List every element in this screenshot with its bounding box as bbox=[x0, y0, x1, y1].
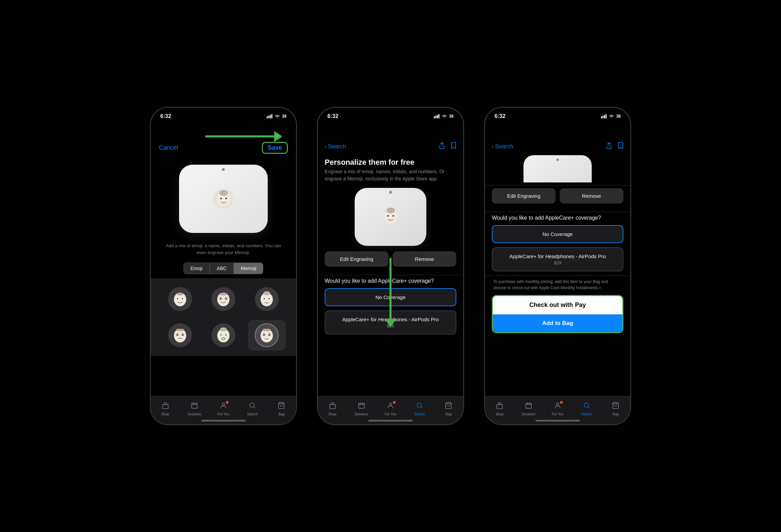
segment-control: Emoji ABC Memoji bbox=[151, 258, 296, 278]
separator-3a bbox=[485, 185, 630, 186]
back-search-2[interactable]: ‹ Search bbox=[325, 143, 346, 150]
tab-label-shop-2: Shop bbox=[328, 412, 336, 416]
shop-svg-1 bbox=[162, 402, 169, 409]
add-to-bag-button[interactable]: Add to Bag bbox=[493, 314, 622, 332]
arrow-shaft-h bbox=[205, 135, 274, 137]
tab-label-bag-3: Bag bbox=[613, 412, 619, 416]
tab-bag-2[interactable]: Bag bbox=[434, 402, 463, 416]
svg-rect-49 bbox=[192, 403, 197, 409]
tab-label-shop-3: Shop bbox=[496, 412, 503, 416]
memoji-face-5 bbox=[211, 323, 235, 347]
sessions-icon-2 bbox=[358, 402, 365, 411]
memoji-5-svg bbox=[215, 327, 232, 344]
wifi-icon-1 bbox=[275, 114, 280, 118]
back-search-3[interactable]: ‹ Search bbox=[492, 143, 513, 150]
memoji-item-1[interactable] bbox=[161, 284, 199, 314]
tab-sessions-2[interactable]: Sessions bbox=[347, 402, 376, 416]
time-1: 6:32 bbox=[160, 113, 171, 119]
bag-svg-2 bbox=[445, 402, 452, 409]
tab-bag-3[interactable]: Bag bbox=[601, 402, 630, 416]
share-icon-2[interactable] bbox=[439, 142, 445, 151]
foryou-svg-3 bbox=[554, 402, 561, 409]
seg-emoji[interactable]: Emoji bbox=[183, 263, 210, 274]
svg-rect-34 bbox=[176, 329, 184, 331]
tab-sessions-3[interactable]: Sessions bbox=[514, 402, 543, 416]
memoji-4-svg bbox=[172, 327, 189, 344]
tab-shop-1[interactable]: Shop bbox=[151, 402, 180, 416]
tab-shop-3[interactable]: Shop bbox=[485, 402, 514, 416]
seg-abc[interactable]: ABC bbox=[210, 263, 234, 274]
tab-label-bag-1: Bag bbox=[279, 412, 285, 416]
checkout-pay-button[interactable]: Check out with Pay bbox=[493, 296, 622, 314]
share-icon-3[interactable] bbox=[606, 142, 613, 151]
tab-search-3[interactable]: Search bbox=[572, 402, 601, 416]
memoji-item-3[interactable] bbox=[248, 284, 286, 314]
phone2-header: ‹ Search bbox=[318, 122, 463, 155]
arrow-head-h bbox=[274, 131, 282, 142]
tab-label-bag-2: Bag bbox=[446, 412, 452, 416]
seg-memoji[interactable]: Memoji bbox=[234, 263, 263, 274]
save-button[interactable]: Save bbox=[262, 142, 288, 154]
memoji-item-4[interactable] bbox=[161, 320, 199, 351]
home-indicator-3 bbox=[535, 420, 580, 422]
tab-foryou-3[interactable]: For You bbox=[543, 402, 572, 416]
memoji-on-case-1 bbox=[213, 189, 234, 209]
tab-search-1[interactable]: Search bbox=[238, 402, 267, 416]
svg-rect-70 bbox=[605, 114, 606, 118]
home-indicator-1 bbox=[201, 420, 246, 422]
tab-label-search-2: Search bbox=[414, 412, 425, 416]
wifi-icon-2 bbox=[442, 114, 447, 118]
svg-point-27 bbox=[268, 298, 270, 299]
search-svg-2 bbox=[416, 402, 423, 409]
cancel-button[interactable]: Cancel bbox=[159, 144, 178, 151]
tab-foryou-1[interactable]: For You bbox=[209, 402, 238, 416]
svg-rect-3 bbox=[271, 114, 272, 118]
led-3 bbox=[557, 159, 559, 161]
svg-rect-72 bbox=[526, 403, 532, 409]
tab-search-2[interactable]: Search bbox=[405, 402, 434, 416]
bag-icon-1 bbox=[278, 402, 285, 411]
memoji-1-svg bbox=[172, 291, 189, 308]
svg-point-38 bbox=[220, 334, 222, 336]
memoji-item-6-selected[interactable] bbox=[248, 320, 286, 351]
coverage-yes-label-3: AppleCare+ for Headphones - AirPods Pro bbox=[498, 253, 617, 259]
bookmark-icon-3[interactable] bbox=[618, 142, 623, 151]
tab-bag-1[interactable]: Bag bbox=[267, 402, 296, 416]
coverage-yes-btn-3[interactable]: AppleCare+ for Headphones - AirPods Pro … bbox=[492, 247, 623, 271]
svg-point-39 bbox=[225, 334, 226, 336]
tab-label-sessions-2: Sessions bbox=[355, 412, 369, 416]
led-indicator-2 bbox=[389, 191, 392, 193]
airpods-case-container-1 bbox=[151, 158, 296, 240]
svg-point-59 bbox=[387, 215, 389, 217]
memoji-item-5[interactable] bbox=[204, 320, 242, 351]
signal-icon-2 bbox=[434, 114, 440, 118]
svg-point-32 bbox=[177, 334, 178, 336]
tab-sessions-1[interactable]: Sessions bbox=[180, 402, 209, 416]
bag-icon-2 bbox=[445, 402, 452, 411]
svg-point-74 bbox=[584, 403, 589, 408]
tab-foryou-2[interactable]: For You bbox=[376, 402, 405, 416]
edit-engraving-btn-3[interactable]: Edit Engraving bbox=[492, 188, 556, 204]
memoji-face-2 bbox=[211, 287, 235, 311]
apple-pay-icon: Pay bbox=[575, 301, 586, 309]
memoji-3-svg bbox=[258, 291, 275, 308]
svg-rect-10 bbox=[219, 192, 228, 195]
checkout-buttons-group: Check out with Pay Add to Bag bbox=[492, 295, 623, 333]
edit-engraving-btn-2[interactable]: Edit Engraving bbox=[325, 251, 388, 267]
search-svg-1 bbox=[249, 402, 256, 409]
arrow-shaft-v-2 bbox=[389, 258, 392, 319]
coverage-no-btn-3[interactable]: No Coverage bbox=[492, 225, 623, 243]
svg-rect-68 bbox=[602, 116, 603, 118]
svg-rect-67 bbox=[601, 116, 602, 118]
memoji-item-2[interactable] bbox=[204, 284, 242, 314]
svg-rect-69 bbox=[604, 115, 605, 118]
svg-point-41 bbox=[220, 327, 227, 331]
foryou-icon-1 bbox=[220, 402, 227, 411]
tab-shop-2[interactable]: Shop bbox=[318, 402, 347, 416]
remove-btn-3[interactable]: Remove bbox=[560, 188, 623, 204]
svg-rect-71 bbox=[497, 404, 502, 409]
svg-rect-63 bbox=[329, 404, 335, 409]
remove-btn-2[interactable]: Remove bbox=[393, 251, 456, 267]
tab-label-sessions-3: Sessions bbox=[522, 412, 536, 416]
bookmark-icon-2[interactable] bbox=[451, 142, 456, 151]
